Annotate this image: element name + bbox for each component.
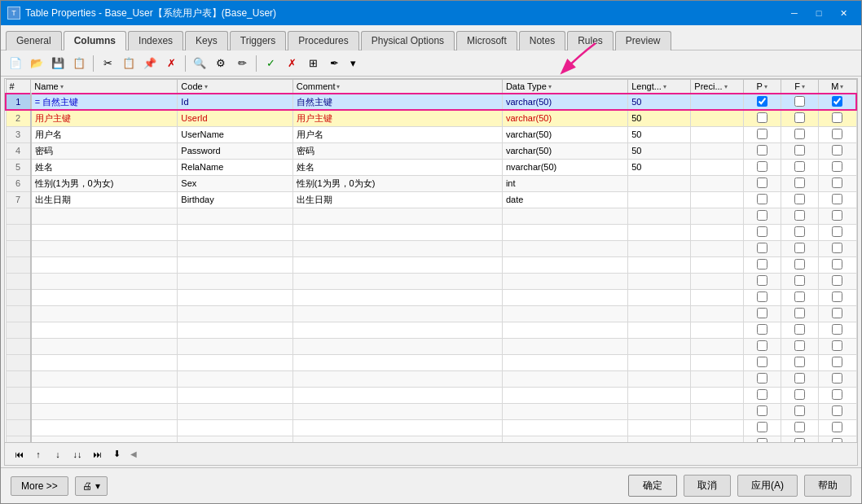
row-code-cell[interactable]: Id	[178, 94, 292, 110]
p-checkbox[interactable]	[757, 129, 767, 139]
p-checkbox[interactable]	[757, 112, 767, 123]
row-code-cell[interactable]: UserName	[178, 126, 292, 142]
toolbar-x-btn[interactable]: ✗	[282, 54, 301, 73]
table-row[interactable]: 5姓名RelaName姓名nvarchar(50)50	[6, 159, 856, 175]
minimize-button[interactable]: ─	[783, 5, 806, 21]
col-header-m[interactable]: M ▾	[819, 80, 856, 94]
row-m-cell[interactable]	[819, 159, 856, 175]
apply-button[interactable]: 应用(A)	[737, 475, 798, 497]
row-precision-cell[interactable]	[691, 191, 743, 208]
f-checkbox[interactable]	[794, 96, 805, 107]
toolbar-new-btn[interactable]: 📄	[6, 54, 25, 73]
m-checkbox[interactable]	[832, 129, 842, 139]
row-comment-cell[interactable]: 密码	[292, 142, 502, 159]
row-comment-cell[interactable]: 自然主键	[292, 94, 502, 110]
col-header-length[interactable]: Lengt... ▾	[628, 80, 691, 94]
table-row[interactable]: 4密码Password密码varchar(50)50	[6, 142, 856, 159]
tab-columns[interactable]: Columns	[64, 31, 126, 50]
row-f-cell[interactable]	[781, 159, 818, 175]
row-f-cell[interactable]	[781, 191, 818, 208]
row-code-cell[interactable]: Password	[178, 142, 292, 159]
row-p-cell[interactable]	[743, 191, 781, 208]
nav-down2-btn[interactable]: ↓↓	[68, 445, 86, 463]
f-checkbox[interactable]	[794, 129, 805, 139]
row-length-cell[interactable]	[628, 191, 691, 208]
row-datatype-cell[interactable]: int	[502, 175, 627, 191]
toolbar-dropdown-btn[interactable]: ▾	[345, 54, 360, 73]
row-length-cell[interactable]: 50	[628, 142, 691, 159]
toolbar-delete-btn[interactable]: ✗	[161, 54, 181, 73]
row-comment-cell[interactable]: 性别(1为男，0为女)	[292, 175, 502, 191]
p-checkbox[interactable]	[757, 194, 767, 204]
row-f-cell[interactable]	[781, 142, 818, 159]
toolbar-pin-btn[interactable]: 📌	[140, 54, 160, 73]
row-length-cell[interactable]: 50	[628, 110, 691, 126]
table-row[interactable]: 6性别(1为男，0为女)Sex性别(1为男，0为女)int	[6, 175, 856, 191]
row-comment-cell[interactable]: 出生日期	[292, 191, 502, 208]
row-datatype-cell[interactable]: varchar(50)	[502, 142, 627, 159]
row-name-cell[interactable]: 姓名	[31, 159, 178, 175]
row-p-cell[interactable]	[743, 94, 781, 110]
row-length-cell[interactable]	[628, 175, 691, 191]
p-checkbox[interactable]	[757, 177, 767, 188]
tab-procedures[interactable]: Procedures	[288, 31, 358, 50]
toolbar-grid-btn[interactable]: ⊞	[303, 54, 323, 73]
row-datatype-cell[interactable]: varchar(50)	[502, 126, 627, 142]
toolbar-save-btn[interactable]: 💾	[48, 54, 68, 73]
p-checkbox[interactable]	[757, 145, 767, 156]
toolbar-edit-btn[interactable]: ✏	[232, 54, 252, 73]
row-name-cell[interactable]: 用户名	[31, 126, 178, 142]
row-f-cell[interactable]	[781, 175, 818, 191]
tab-preview[interactable]: Preview	[615, 31, 671, 50]
row-p-cell[interactable]	[743, 126, 781, 142]
f-checkbox[interactable]	[794, 112, 805, 123]
help-button[interactable]: 帮助	[804, 475, 851, 497]
row-comment-cell[interactable]: 用户名	[292, 126, 502, 142]
toolbar-paste-btn[interactable]: 📋	[119, 54, 139, 73]
row-p-cell[interactable]	[743, 110, 781, 126]
m-checkbox[interactable]	[832, 112, 842, 123]
nav-sort-btn[interactable]: ⬇	[108, 445, 125, 463]
row-m-cell[interactable]	[819, 94, 856, 110]
row-p-cell[interactable]	[743, 175, 781, 191]
m-checkbox[interactable]	[832, 96, 842, 107]
table-row[interactable]: 1= 自然主键Id自然主键varchar(50)50	[6, 94, 856, 110]
row-precision-cell[interactable]	[691, 175, 743, 191]
row-precision-cell[interactable]	[691, 110, 743, 126]
row-name-cell[interactable]: 密码	[31, 142, 178, 159]
row-m-cell[interactable]	[819, 191, 856, 208]
col-header-f[interactable]: F ▾	[781, 80, 818, 94]
p-checkbox[interactable]	[757, 96, 767, 107]
row-length-cell[interactable]: 50	[628, 159, 691, 175]
toolbar-cut-btn[interactable]: ✂	[98, 54, 117, 73]
ok-button[interactable]: 确定	[628, 475, 677, 497]
row-datatype-cell[interactable]: nvarchar(50)	[502, 159, 627, 175]
row-m-cell[interactable]	[819, 110, 856, 126]
row-comment-cell[interactable]: 姓名	[292, 159, 502, 175]
col-header-precision[interactable]: Preci... ▾	[691, 80, 743, 94]
m-checkbox[interactable]	[832, 194, 842, 204]
more-button[interactable]: More >>	[11, 476, 68, 496]
m-checkbox[interactable]	[832, 177, 842, 188]
m-checkbox[interactable]	[832, 161, 842, 172]
col-header-name[interactable]: Name ▾	[31, 80, 178, 94]
toolbar-search-btn[interactable]: 🔍	[190, 54, 209, 73]
row-precision-cell[interactable]	[691, 126, 743, 142]
row-length-cell[interactable]: 50	[628, 94, 691, 110]
row-name-cell[interactable]: = 自然主键	[31, 94, 178, 110]
tab-physical-options[interactable]: Physical Options	[361, 31, 455, 50]
tab-microsoft[interactable]: Microsoft	[456, 31, 517, 50]
table-row[interactable]: 2用户主键UserId用户主键varchar(50)50	[6, 110, 856, 126]
cancel-button[interactable]: 取消	[684, 475, 731, 497]
nav-down-btn[interactable]: ↓	[49, 445, 67, 463]
tab-keys[interactable]: Keys	[185, 31, 228, 50]
toolbar-gear-btn[interactable]: ⚙	[211, 54, 231, 73]
toolbar-pen-btn[interactable]: ✒	[324, 54, 344, 73]
row-f-cell[interactable]	[781, 110, 818, 126]
toolbar-open-btn[interactable]: 📂	[27, 54, 46, 73]
toolbar-check-btn[interactable]: ✓	[261, 54, 280, 73]
f-checkbox[interactable]	[794, 194, 805, 204]
row-code-cell[interactable]: Sex	[178, 175, 292, 191]
maximize-button[interactable]: □	[807, 5, 830, 21]
nav-last-btn[interactable]: ⏭	[88, 445, 106, 463]
